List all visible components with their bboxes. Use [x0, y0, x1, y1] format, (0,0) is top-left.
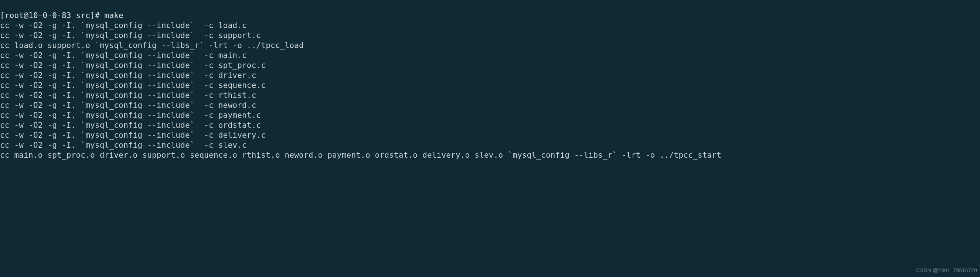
output-line: cc -w -O2 -g -I. `mysql_config --include…	[0, 61, 266, 70]
output-line: cc -w -O2 -g -I. `mysql_config --include…	[0, 131, 266, 139]
output-line: cc -w -O2 -g -I. `mysql_config --include…	[0, 71, 256, 80]
output-line: cc -w -O2 -g -I. `mysql_config --include…	[0, 51, 247, 60]
output-line: cc -w -O2 -g -I. `mysql_config --include…	[0, 101, 256, 110]
output-line: cc -w -O2 -g -I. `mysql_config --include…	[0, 141, 247, 150]
prompt-close-bracket: ]	[90, 11, 95, 20]
terminal-output[interactable]: [root@10-0-0-83 src]# make cc -w -O2 -g …	[0, 1, 980, 160]
output-line: cc -w -O2 -g -I. `mysql_config --include…	[0, 121, 261, 130]
output-line: cc load.o support.o `mysql_config --libs…	[0, 41, 304, 50]
output-line: cc -w -O2 -g -I. `mysql_config --include…	[0, 31, 261, 40]
prompt-command: make	[105, 11, 123, 20]
prompt-user: root	[5, 11, 24, 20]
output-line: cc -w -O2 -g -I. `mysql_config --include…	[0, 111, 261, 120]
output-line: cc -w -O2 -g -I. `mysql_config --include…	[0, 21, 247, 30]
prompt-dir: src	[76, 11, 91, 20]
output-line: cc main.o spt_proc.o driver.o support.o …	[0, 151, 721, 160]
prompt-open-bracket: [	[0, 11, 5, 20]
output-line: cc -w -O2 -g -I. `mysql_config --include…	[0, 91, 256, 100]
output-line: cc -w -O2 -g -I. `mysql_config --include…	[0, 81, 266, 90]
watermark-text: CSDN @2301_79516720	[916, 266, 977, 275]
prompt-line: [root@10-0-0-83 src]# make	[0, 11, 123, 20]
prompt-symbol: #	[95, 11, 100, 20]
prompt-host: 10-0-0-83	[29, 11, 71, 20]
